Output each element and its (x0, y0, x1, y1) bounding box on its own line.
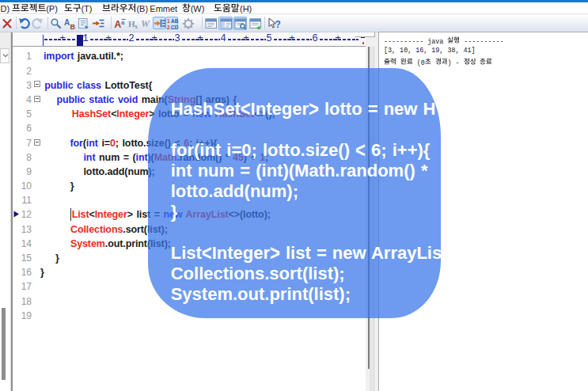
svg-text:?: ? (275, 19, 280, 30)
svg-text:CD: CD (171, 24, 179, 29)
svg-text:AB: AB (171, 18, 179, 24)
svg-text:W: W (141, 18, 150, 29)
svg-text:a: a (121, 19, 125, 26)
svg-text:B: B (70, 23, 75, 30)
svg-text:1: 1 (167, 18, 170, 24)
svg-text:2: 2 (167, 24, 170, 29)
svg-text:x: x (135, 23, 138, 30)
svg-text:A: A (64, 18, 70, 27)
